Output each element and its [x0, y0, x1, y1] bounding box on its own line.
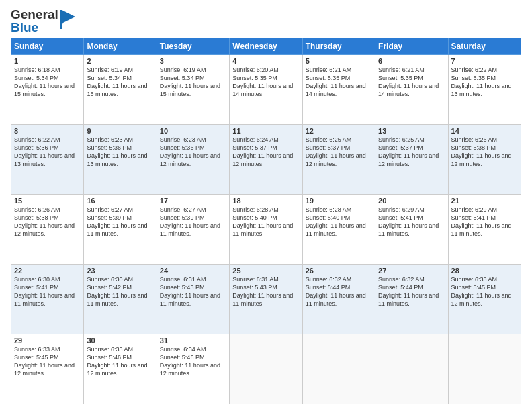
day-info: Sunrise: 6:24 AMSunset: 5:37 PMDaylight:…	[232, 136, 299, 169]
calendar-table: SundayMondayTuesdayWednesdayThursdayFrid…	[11, 38, 521, 404]
day-info: Sunrise: 6:25 AMSunset: 5:37 PMDaylight:…	[378, 136, 445, 169]
day-info: Sunrise: 6:28 AMSunset: 5:40 PMDaylight:…	[306, 205, 372, 238]
calendar-day-cell: 29Sunrise: 6:33 AMSunset: 5:45 PMDayligh…	[11, 334, 84, 404]
day-number: 10	[160, 127, 226, 135]
day-info: Sunrise: 6:21 AMSunset: 5:35 PMDaylight:…	[378, 66, 445, 99]
calendar-day-cell	[375, 334, 448, 404]
day-number: 3	[160, 57, 226, 65]
day-info: Sunrise: 6:34 AMSunset: 5:46 PMDaylight:…	[160, 345, 226, 378]
weekday-header-cell: Saturday	[448, 38, 521, 55]
calendar-day-cell: 4Sunrise: 6:20 AMSunset: 5:35 PMDaylight…	[230, 55, 302, 125]
day-number: 2	[87, 57, 153, 65]
day-info: Sunrise: 6:33 AMSunset: 5:45 PMDaylight:…	[14, 345, 81, 378]
calendar-day-cell: 13Sunrise: 6:25 AMSunset: 5:37 PMDayligh…	[375, 125, 448, 195]
calendar-day-cell: 10Sunrise: 6:23 AMSunset: 5:36 PMDayligh…	[157, 125, 229, 195]
day-info: Sunrise: 6:22 AMSunset: 5:35 PMDaylight:…	[451, 66, 518, 99]
logo-general: General	[11, 8, 58, 21]
day-info: Sunrise: 6:32 AMSunset: 5:44 PMDaylight:…	[306, 275, 372, 308]
day-info: Sunrise: 6:19 AMSunset: 5:34 PMDaylight:…	[160, 66, 226, 99]
day-info: Sunrise: 6:19 AMSunset: 5:34 PMDaylight:…	[87, 66, 153, 99]
calendar-day-cell: 20Sunrise: 6:29 AMSunset: 5:41 PMDayligh…	[375, 195, 448, 265]
day-info: Sunrise: 6:18 AMSunset: 5:34 PMDaylight:…	[14, 66, 81, 99]
calendar-day-cell: 6Sunrise: 6:21 AMSunset: 5:35 PMDaylight…	[375, 55, 448, 125]
day-number: 6	[378, 57, 445, 65]
svg-rect-1	[60, 10, 62, 29]
weekday-header-cell: Sunday	[11, 38, 84, 55]
day-info: Sunrise: 6:30 AMSunset: 5:42 PMDaylight:…	[87, 275, 153, 308]
day-info: Sunrise: 6:26 AMSunset: 5:38 PMDaylight:…	[14, 205, 81, 238]
day-info: Sunrise: 6:27 AMSunset: 5:39 PMDaylight:…	[87, 205, 153, 238]
day-number: 20	[378, 197, 445, 205]
day-info: Sunrise: 6:29 AMSunset: 5:41 PMDaylight:…	[451, 205, 518, 238]
calendar-day-cell: 1Sunrise: 6:18 AMSunset: 5:34 PMDaylight…	[11, 55, 84, 125]
day-number: 8	[14, 127, 81, 135]
weekday-header-cell: Monday	[84, 38, 157, 55]
calendar-day-cell: 14Sunrise: 6:26 AMSunset: 5:38 PMDayligh…	[448, 125, 521, 195]
calendar-day-cell: 23Sunrise: 6:30 AMSunset: 5:42 PMDayligh…	[84, 265, 157, 334]
calendar-day-cell: 28Sunrise: 6:33 AMSunset: 5:45 PMDayligh…	[448, 265, 521, 334]
calendar-day-cell: 2Sunrise: 6:19 AMSunset: 5:34 PMDaylight…	[84, 55, 157, 125]
day-number: 23	[87, 267, 153, 275]
calendar-body: 1Sunrise: 6:18 AMSunset: 5:34 PMDaylight…	[11, 55, 521, 404]
calendar-day-cell	[230, 334, 302, 404]
calendar-day-cell: 27Sunrise: 6:32 AMSunset: 5:44 PMDayligh…	[375, 265, 448, 334]
day-number: 28	[451, 267, 518, 275]
weekday-header-cell: Friday	[375, 38, 448, 55]
day-number: 17	[160, 197, 226, 205]
calendar-week-row: 22Sunrise: 6:30 AMSunset: 5:41 PMDayligh…	[11, 265, 521, 334]
day-number: 22	[14, 267, 81, 275]
calendar-day-cell: 11Sunrise: 6:24 AMSunset: 5:37 PMDayligh…	[230, 125, 302, 195]
calendar-day-cell: 12Sunrise: 6:25 AMSunset: 5:37 PMDayligh…	[302, 125, 375, 195]
day-number: 18	[232, 197, 299, 205]
calendar-day-cell	[302, 334, 375, 404]
day-number: 4	[232, 57, 299, 65]
page: General Blue SundayMondayTuesdayWednesda…	[0, 0, 532, 411]
logo-blue: Blue	[11, 21, 38, 34]
calendar-day-cell: 9Sunrise: 6:23 AMSunset: 5:36 PMDaylight…	[84, 125, 157, 195]
calendar-week-row: 29Sunrise: 6:33 AMSunset: 5:45 PMDayligh…	[11, 334, 521, 404]
calendar-day-cell: 18Sunrise: 6:28 AMSunset: 5:40 PMDayligh…	[230, 195, 302, 265]
logo-flag-icon	[60, 10, 75, 29]
day-number: 19	[306, 197, 372, 205]
day-info: Sunrise: 6:31 AMSunset: 5:43 PMDaylight:…	[232, 275, 299, 308]
day-info: Sunrise: 6:22 AMSunset: 5:36 PMDaylight:…	[14, 136, 81, 169]
day-number: 24	[160, 267, 226, 275]
calendar-week-row: 8Sunrise: 6:22 AMSunset: 5:36 PMDaylight…	[11, 125, 521, 195]
calendar-day-cell: 30Sunrise: 6:33 AMSunset: 5:46 PMDayligh…	[84, 334, 157, 404]
day-number: 16	[87, 197, 153, 205]
header: General Blue	[11, 8, 521, 34]
day-info: Sunrise: 6:26 AMSunset: 5:38 PMDaylight:…	[451, 136, 518, 169]
calendar-day-cell: 24Sunrise: 6:31 AMSunset: 5:43 PMDayligh…	[157, 265, 229, 334]
day-number: 12	[306, 127, 372, 135]
calendar-week-row: 1Sunrise: 6:18 AMSunset: 5:34 PMDaylight…	[11, 55, 521, 125]
day-info: Sunrise: 6:21 AMSunset: 5:35 PMDaylight:…	[306, 66, 372, 99]
day-info: Sunrise: 6:20 AMSunset: 5:35 PMDaylight:…	[232, 66, 299, 99]
calendar-day-cell: 8Sunrise: 6:22 AMSunset: 5:36 PMDaylight…	[11, 125, 84, 195]
day-info: Sunrise: 6:31 AMSunset: 5:43 PMDaylight:…	[160, 275, 226, 308]
day-number: 14	[451, 127, 518, 135]
day-info: Sunrise: 6:32 AMSunset: 5:44 PMDaylight:…	[378, 275, 445, 308]
day-number: 26	[306, 267, 372, 275]
calendar-day-cell: 5Sunrise: 6:21 AMSunset: 5:35 PMDaylight…	[302, 55, 375, 125]
weekday-header-cell: Wednesday	[230, 38, 302, 55]
day-number: 29	[14, 336, 81, 345]
day-info: Sunrise: 6:33 AMSunset: 5:46 PMDaylight:…	[87, 345, 153, 378]
calendar-day-cell: 7Sunrise: 6:22 AMSunset: 5:35 PMDaylight…	[448, 55, 521, 125]
weekday-header-row: SundayMondayTuesdayWednesdayThursdayFrid…	[11, 38, 521, 55]
day-info: Sunrise: 6:29 AMSunset: 5:41 PMDaylight:…	[378, 205, 445, 238]
day-info: Sunrise: 6:27 AMSunset: 5:39 PMDaylight:…	[160, 205, 226, 238]
day-number: 31	[160, 336, 226, 345]
calendar-day-cell: 17Sunrise: 6:27 AMSunset: 5:39 PMDayligh…	[157, 195, 229, 265]
day-number: 30	[87, 336, 153, 345]
calendar-day-cell: 3Sunrise: 6:19 AMSunset: 5:34 PMDaylight…	[157, 55, 229, 125]
day-number: 13	[378, 127, 445, 135]
calendar-day-cell: 26Sunrise: 6:32 AMSunset: 5:44 PMDayligh…	[302, 265, 375, 334]
day-info: Sunrise: 6:28 AMSunset: 5:40 PMDaylight:…	[232, 205, 299, 238]
logo: General Blue	[11, 8, 71, 34]
weekday-header-cell: Tuesday	[157, 38, 229, 55]
day-number: 5	[306, 57, 372, 65]
calendar-day-cell: 31Sunrise: 6:34 AMSunset: 5:46 PMDayligh…	[157, 334, 229, 404]
day-info: Sunrise: 6:30 AMSunset: 5:41 PMDaylight:…	[14, 275, 81, 308]
day-number: 15	[14, 197, 81, 205]
calendar-day-cell: 19Sunrise: 6:28 AMSunset: 5:40 PMDayligh…	[302, 195, 375, 265]
